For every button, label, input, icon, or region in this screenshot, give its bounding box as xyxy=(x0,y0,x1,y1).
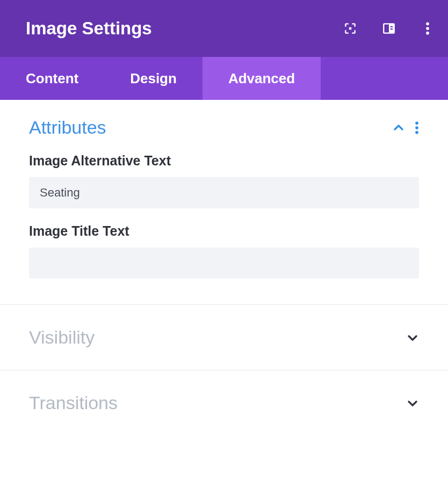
section-attributes-title: Attributes xyxy=(29,117,106,138)
title-text-label: Image Title Text xyxy=(29,223,419,239)
section-visibility[interactable]: Visibility xyxy=(0,304,448,370)
tab-advanced[interactable]: Advanced xyxy=(203,57,321,100)
modal-title: Image Settings xyxy=(26,18,152,39)
sidebar-toggle-icon[interactable] xyxy=(378,18,400,39)
tabs: Content Design Advanced xyxy=(0,57,448,100)
alt-text-label: Image Alternative Text xyxy=(29,153,419,169)
section-more-icon[interactable] xyxy=(415,121,419,135)
section-attributes-controls xyxy=(392,121,419,135)
modal-header: Image Settings xyxy=(0,0,448,57)
svg-point-10 xyxy=(415,130,418,134)
svg-point-6 xyxy=(426,27,429,30)
chevron-down-icon xyxy=(406,397,419,410)
svg-point-5 xyxy=(426,23,429,26)
header-actions xyxy=(339,18,438,39)
svg-point-7 xyxy=(426,32,429,35)
tab-design[interactable]: Design xyxy=(104,57,203,100)
svg-point-8 xyxy=(415,121,418,125)
svg-point-9 xyxy=(415,126,418,129)
chevron-down-icon xyxy=(406,331,419,344)
section-attributes-header[interactable]: Attributes xyxy=(29,117,419,138)
section-visibility-title: Visibility xyxy=(29,327,95,348)
title-text-input[interactable] xyxy=(29,248,419,279)
svg-rect-3 xyxy=(391,26,393,27)
tab-content[interactable]: Content xyxy=(0,57,104,100)
section-attributes: Attributes Image Alternative Text Image … xyxy=(0,100,448,304)
section-transitions[interactable]: Transitions xyxy=(0,370,448,435)
section-transitions-title: Transitions xyxy=(29,392,118,413)
more-options-icon[interactable] xyxy=(417,18,438,39)
chevron-up-icon[interactable] xyxy=(392,121,405,134)
expand-icon[interactable] xyxy=(339,18,361,39)
svg-rect-0 xyxy=(349,27,351,30)
svg-rect-4 xyxy=(391,28,393,30)
alt-text-input[interactable] xyxy=(29,177,419,208)
